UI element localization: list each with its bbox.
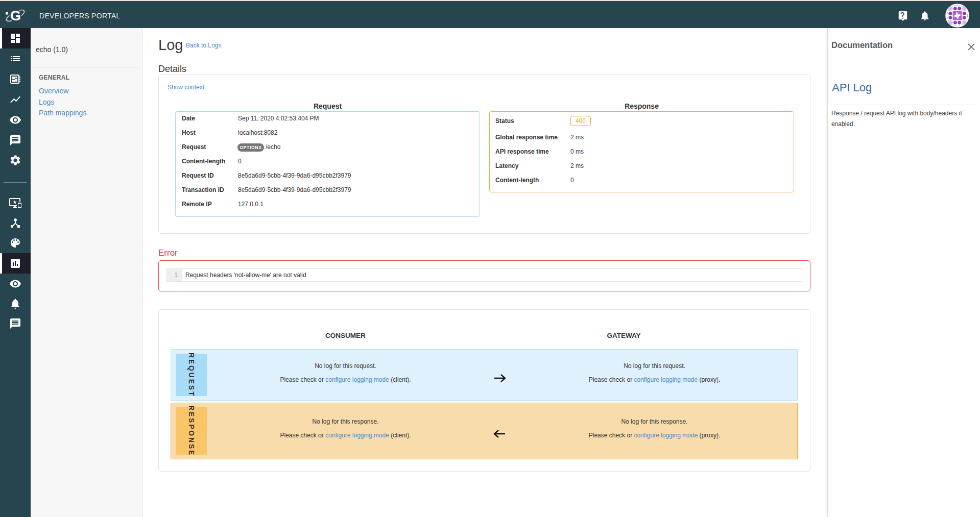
svg-text:G: G: [10, 8, 21, 23]
